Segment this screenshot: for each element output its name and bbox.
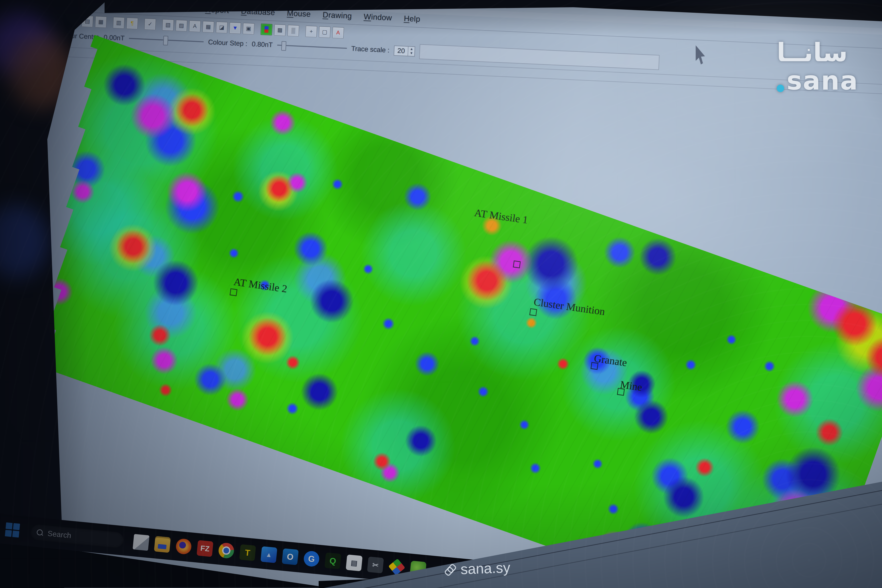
colour-step-slider[interactable] (277, 40, 347, 53)
toolbar-button-10-icon[interactable]: ◪ (216, 21, 228, 33)
map-annotation-marker[interactable] (230, 288, 237, 296)
search-icon (36, 529, 44, 536)
red-led-light (428, 580, 458, 584)
toolbar-empty-field (419, 44, 660, 70)
reflection-blob-blue (0, 204, 47, 279)
toolbar-button-7-icon[interactable]: ▨ (176, 20, 188, 32)
start-button[interactable] (5, 522, 20, 537)
toolbar-button-15-icon[interactable]: ▒ (287, 25, 299, 37)
sana-logo-latin: sana (787, 68, 858, 94)
toolbar-button-13-icon[interactable] (260, 23, 272, 35)
gis-diamond-icon[interactable] (388, 559, 405, 576)
menu-drawing[interactable]: Drawing (322, 10, 352, 21)
toolbar-button-16-icon[interactable]: + (305, 26, 317, 38)
map-annotation-marker[interactable] (529, 308, 537, 316)
task-view-icon[interactable] (133, 534, 150, 551)
map-annotation-marker[interactable] (617, 388, 625, 396)
link-icon (443, 562, 459, 577)
sana-logo-arabic: سانــا (777, 40, 858, 65)
google-icon[interactable]: G (303, 550, 320, 567)
trace-scale-spinner[interactable]: 20 ▲ ▼ (394, 45, 416, 57)
toolbar-button-5-icon[interactable]: ✓ (144, 18, 156, 30)
spinner-arrows[interactable]: ▲ ▼ (408, 46, 415, 56)
spin-down-icon[interactable]: ▼ (408, 51, 415, 55)
toolbar-button-4-icon[interactable]: ¶ (126, 17, 138, 29)
snipping-icon[interactable]: ✂ (367, 556, 384, 573)
qgis-icon[interactable]: Q (324, 552, 341, 569)
menu-help[interactable]: Help (404, 14, 420, 24)
filezilla-icon[interactable]: FZ (196, 540, 214, 557)
photo-of-laptop-screen: FileEditViewProcessReportDatabaseMouseDr… (0, 0, 882, 588)
toolbar-button-17-icon[interactable]: ▢ (319, 26, 331, 38)
sana-logo: سانــا sana (777, 40, 858, 94)
slider-track (277, 45, 347, 49)
toolbar-button-14-icon[interactable]: ▩ (274, 24, 286, 36)
trace-scale-label: Trace scale : (351, 45, 390, 54)
site-url: sana.sy (460, 559, 511, 577)
spin-up-icon[interactable]: ▲ (408, 46, 415, 51)
outlook-icon[interactable]: O (282, 548, 299, 566)
colour-step-label: Colour Step : (208, 38, 248, 48)
search-label: Search (47, 529, 72, 540)
slider-thumb[interactable] (281, 41, 286, 51)
colour-centre-slider[interactable] (129, 34, 204, 46)
toolbar-button-8-icon[interactable]: A (189, 20, 201, 32)
map-annotation-marker[interactable] (591, 362, 598, 370)
trace-scale-value[interactable]: 20 (394, 46, 408, 56)
toolbar-button-12-icon[interactable]: ▣ (243, 22, 254, 34)
leaf-app-icon[interactable] (410, 561, 427, 578)
photos-icon[interactable]: ▲ (260, 546, 278, 563)
teamviewer-icon[interactable]: T (239, 544, 256, 561)
explorer-icon[interactable] (154, 536, 171, 553)
save-icon[interactable]: ▤ (346, 554, 363, 572)
sana-logo-dot (777, 85, 784, 92)
menu-window[interactable]: Window (363, 12, 392, 22)
toolbar-button-9-icon[interactable]: ▦ (202, 21, 214, 33)
chrome-icon[interactable] (218, 542, 235, 559)
toolbar-button-6-icon[interactable]: ▧ (162, 19, 174, 31)
toolbar-button-2-icon[interactable]: ▦ (95, 16, 107, 28)
toolbar-button-11-icon[interactable]: ▼ (229, 22, 241, 34)
toolbar-button-3-icon[interactable]: ▥ (113, 16, 125, 28)
colour-step-value: 0.80nT (252, 40, 273, 49)
toolbar-button-18-icon[interactable]: A (332, 27, 344, 39)
sana-site-watermark: sana.sy (446, 559, 511, 578)
slider-thumb[interactable] (163, 36, 168, 45)
firefox-icon[interactable] (175, 538, 192, 555)
map-annotation-marker[interactable] (513, 260, 521, 268)
taskbar-search[interactable]: Search (30, 524, 124, 549)
